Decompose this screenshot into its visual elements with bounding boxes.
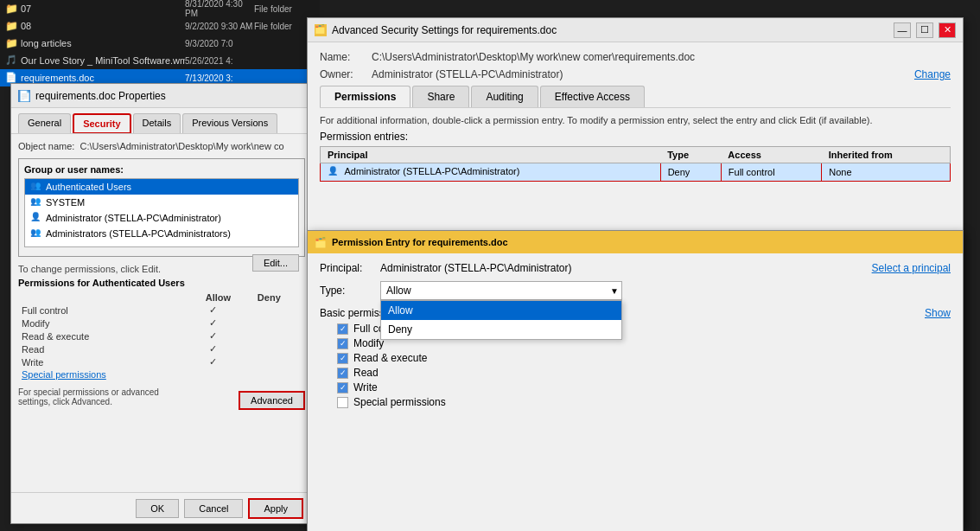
- group-item-name: Administrators (STELLA-PC\Administrators…: [46, 228, 231, 239]
- adv-owner-row: Owner: Administrator (STELLA-PC\Administ…: [320, 68, 951, 80]
- group-item-name: Authenticated Users: [46, 182, 131, 192]
- perm-label-read-execute: Read & execute: [353, 352, 427, 364]
- permissions-for-label: Permissions for Authenticated Users: [18, 278, 305, 288]
- tab-security[interactable]: Security: [73, 113, 130, 133]
- file-name: requirements.doc: [21, 73, 185, 83]
- close-button[interactable]: ✕: [939, 22, 956, 38]
- file-date: 7/13/2020 3:: [185, 74, 254, 83]
- dropdown-option-deny[interactable]: Deny: [381, 320, 621, 339]
- group-item-administrator[interactable]: 👤 Administrator (STELLA-PC\Administrator…: [25, 210, 298, 226]
- file-item-long-articles[interactable]: 📁 long articles 9/3/2020 7:0: [0, 35, 320, 52]
- perm-allow: ✓: [206, 304, 258, 317]
- perm-row-read: Read ✓: [18, 342, 305, 355]
- group-item-system[interactable]: 👥 SYSTEM: [25, 195, 298, 210]
- change-link[interactable]: Change: [914, 68, 951, 80]
- folder-icon: 📁: [5, 3, 17, 15]
- perm-entries-table: Principal Type Access Inherited from 👤 A…: [320, 146, 951, 182]
- advanced-button[interactable]: Advanced: [239, 391, 305, 410]
- file-name: 07: [21, 3, 185, 14]
- perm-name: Modify: [18, 317, 206, 329]
- checkbox-special[interactable]: [337, 397, 348, 408]
- perm-row-special: Special permissions: [18, 368, 305, 381]
- folder-yellow-icon: 🗂️: [315, 24, 327, 36]
- minimize-button[interactable]: —: [894, 22, 911, 38]
- restore-button[interactable]: ☐: [916, 22, 933, 38]
- perm-label-read: Read: [353, 367, 379, 379]
- user-group-icon: 👥: [30, 227, 42, 240]
- perm-table-row[interactable]: 👤 Administrator (STELLA-PC\Administrator…: [321, 163, 951, 182]
- perm-entry-title: Permission Entry for requirements.doc: [332, 237, 508, 247]
- perm-checkbox-special: Special permissions: [320, 396, 951, 408]
- adv-tab-auditing[interactable]: Auditing: [471, 86, 538, 107]
- properties-icon: 📄: [18, 90, 30, 102]
- file-item-07[interactable]: 📁 07 8/31/2020 4:30 PM File folder: [0, 0, 320, 17]
- file-date: 9/2/2020 9:30 AM: [185, 22, 254, 31]
- properties-title: requirements.doc Properties: [35, 90, 166, 102]
- name-label: Name:: [320, 51, 372, 63]
- apply-button[interactable]: Apply: [248, 498, 303, 519]
- tab-previous-versions[interactable]: Previous Versions: [182, 113, 277, 133]
- perm-name[interactable]: Special permissions: [18, 368, 206, 381]
- perm-checkbox-read-execute: Read & execute: [320, 352, 951, 364]
- properties-footer: OK Cancel Apply: [11, 492, 312, 523]
- file-item-wmv[interactable]: 🎵 Our Love Story _ MiniTool Software.wmv…: [0, 52, 320, 69]
- perm-label-write: Write: [353, 381, 378, 393]
- type-dropdown-menu: Allow Deny: [380, 300, 622, 340]
- adv-tab-effective-access[interactable]: Effective Access: [540, 86, 645, 107]
- file-name: Our Love Story _ MiniTool Software.wmv: [21, 55, 185, 66]
- adv-tabs: Permissions Share Auditing Effective Acc…: [320, 86, 951, 108]
- group-item-administrators[interactable]: 👥 Administrators (STELLA-PC\Administrato…: [25, 226, 298, 241]
- owner-label: Owner:: [320, 68, 372, 80]
- file-type: File folder: [254, 4, 315, 14]
- checkbox-modify[interactable]: [337, 338, 348, 349]
- type-dropdown-container: Allow Deny ▼ Allow Deny: [380, 281, 622, 300]
- perm-name: Full control: [18, 304, 206, 317]
- properties-dialog: 📄 requirements.doc Properties General Se…: [10, 83, 313, 524]
- group-item-auth-users[interactable]: 👥 Authenticated Users: [25, 179, 298, 195]
- user-group-icon: 👥: [30, 196, 42, 208]
- perm-name: Read: [18, 342, 206, 355]
- folder-icon: 📁: [5, 37, 17, 49]
- dropdown-option-allow[interactable]: Allow: [381, 301, 621, 320]
- adv-info-text: For additional information, double-click…: [320, 115, 951, 125]
- tab-general[interactable]: General: [18, 113, 71, 133]
- properties-tabs: General Security Details Previous Versio…: [11, 108, 312, 134]
- col-type: Type: [660, 147, 721, 163]
- media-icon: 🎵: [5, 54, 17, 67]
- ok-button[interactable]: OK: [136, 499, 179, 518]
- perm-deny: [258, 355, 305, 368]
- adv-tab-permissions[interactable]: Permissions: [320, 86, 410, 107]
- checkbox-read-execute[interactable]: [337, 353, 348, 364]
- checkbox-read[interactable]: [337, 368, 348, 379]
- folder-icon-titlebar: 🗂️: [315, 237, 327, 248]
- perm-deny: [258, 368, 305, 381]
- perm-checkbox-read: Read: [320, 367, 951, 379]
- perm-entry-body: Principal: Administrator (STELLA-PC\Admi…: [308, 253, 963, 419]
- pe-principal-label: Principal:: [320, 262, 380, 274]
- titlebar-controls: — ☐ ✕: [894, 22, 956, 38]
- adv-tab-share[interactable]: Share: [412, 86, 469, 107]
- file-date: 9/3/2020 7:0: [185, 39, 254, 48]
- col-inherited-from: Inherited from: [822, 147, 951, 163]
- file-name: long articles: [21, 38, 185, 48]
- object-name: Object name: C:\Users\Administrator\Desk…: [18, 141, 305, 151]
- perm-type: Deny: [660, 163, 721, 182]
- file-item-08[interactable]: 📁 08 9/2/2020 9:30 AM File folder: [0, 17, 320, 35]
- adv-security-title: Advanced Security Settings for requireme…: [332, 24, 557, 36]
- edit-button[interactable]: Edit...: [252, 254, 299, 272]
- user-icon: 👤: [328, 166, 340, 178]
- show-link[interactable]: Show: [925, 307, 951, 319]
- group-list[interactable]: 👥 Authenticated Users 👥 SYSTEM 👤 Adminis…: [24, 178, 299, 247]
- cancel-button[interactable]: Cancel: [184, 499, 243, 518]
- checkbox-full-control[interactable]: [337, 323, 348, 335]
- perm-access: Full control: [721, 163, 821, 182]
- select-principal-link[interactable]: Select a principal: [872, 262, 951, 274]
- adv-security-body: Name: C:\Users\Administrator\Desktop\My …: [308, 42, 963, 190]
- checkbox-write[interactable]: [337, 382, 348, 393]
- user-icon: 👤: [30, 212, 42, 224]
- type-dropdown[interactable]: Allow Deny: [380, 281, 622, 300]
- col-principal: Principal: [321, 147, 661, 163]
- tab-details[interactable]: Details: [133, 113, 181, 133]
- perm-col-allow: Allow: [206, 291, 258, 304]
- doc-icon: 📄: [5, 72, 17, 84]
